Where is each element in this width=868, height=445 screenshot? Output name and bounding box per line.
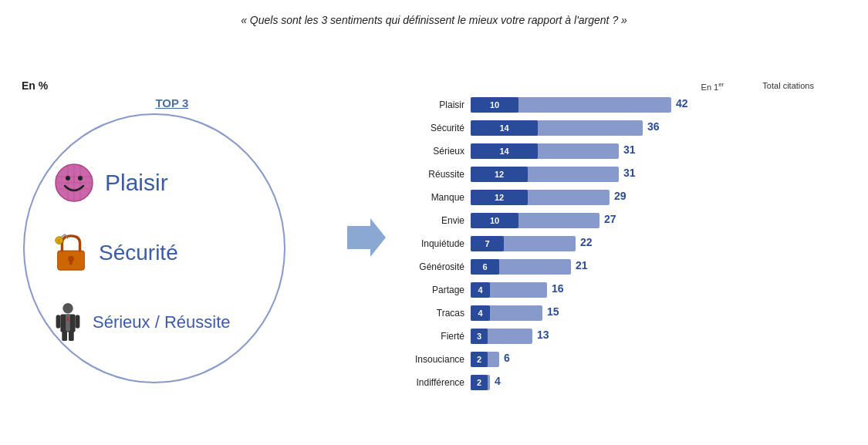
row-label: Inquiétude xyxy=(401,238,471,249)
bars-container: 1042 xyxy=(471,96,853,114)
chart-row: Fierté313 xyxy=(401,325,853,347)
total-value-label: 42 xyxy=(676,97,688,110)
row-label: Fierté xyxy=(401,331,471,342)
bar-first: 12 xyxy=(471,190,528,205)
bars-container: 313 xyxy=(471,327,853,346)
svg-point-7 xyxy=(66,176,70,180)
svg-point-8 xyxy=(78,176,83,180)
chart-row: Partage416 xyxy=(401,279,853,301)
row-label: Réussite xyxy=(401,169,471,180)
svg-rect-22 xyxy=(56,315,61,328)
plaisir-label: Plaisir xyxy=(105,170,168,196)
chart-row: Tracas415 xyxy=(401,302,853,324)
row-label: Manque xyxy=(401,192,471,203)
total-value-label: 15 xyxy=(547,305,559,318)
total-value-label: 4 xyxy=(495,375,501,387)
question-title: « Quels sont les 3 sentiments qui défini… xyxy=(15,14,853,26)
chart-row: Sérieux1431 xyxy=(401,140,853,162)
chart-row: Réussite1231 xyxy=(401,164,853,185)
bars-container: 24 xyxy=(471,373,853,392)
svg-rect-20 xyxy=(62,331,67,341)
chart-header: En 1er Total citations xyxy=(401,81,853,92)
top3-label: TOP 3 xyxy=(155,96,188,110)
bars-container: 1231 xyxy=(471,165,853,184)
total-value-label: 29 xyxy=(614,190,627,202)
bar-first-label: 10 xyxy=(490,100,499,110)
bar-first: 4 xyxy=(471,305,490,321)
bars-container: 722 xyxy=(471,234,853,253)
total-value-label: 31 xyxy=(623,167,636,179)
chart-row: Inquiétude722 xyxy=(401,233,853,255)
bar-first-label: 12 xyxy=(495,170,504,179)
bar-first: 3 xyxy=(471,329,488,344)
row-label: Tracas xyxy=(401,308,471,319)
chart-rows: Plaisir1042Sécurité1436Sérieux1431Réussi… xyxy=(401,94,853,393)
bar-first-label: 10 xyxy=(490,216,499,225)
bar-first-label: 3 xyxy=(477,332,481,341)
bar-first-label: 14 xyxy=(499,123,508,133)
row-label: Indifférence xyxy=(401,377,471,388)
total-value-label: 13 xyxy=(537,329,549,341)
row-label: Insouciance xyxy=(401,354,471,365)
bar-first: 2 xyxy=(471,375,488,390)
bars-container: 26 xyxy=(471,350,853,369)
bar-first: 6 xyxy=(471,259,499,275)
bar-first: 2 xyxy=(471,352,488,367)
bars-container: 621 xyxy=(471,258,853,276)
bar-first: 12 xyxy=(471,167,528,182)
bars-container: 1229 xyxy=(471,188,853,207)
row-label: Plaisir xyxy=(401,99,471,110)
svg-rect-23 xyxy=(76,315,80,328)
en-percent-label: En % xyxy=(22,79,48,92)
bar-first-label: 7 xyxy=(485,239,489,248)
total-value-label: 16 xyxy=(552,282,564,295)
main-content: En % TOP 3 xyxy=(15,37,853,437)
header-first-label: En 1er xyxy=(701,81,724,92)
arrow-icon xyxy=(343,214,390,261)
chart-section: En 1er Total citations Plaisir1042Sécuri… xyxy=(393,81,853,394)
bar-first-label: 2 xyxy=(477,378,481,387)
left-section: En % TOP 3 xyxy=(15,79,339,396)
svg-text:€: € xyxy=(58,238,61,244)
serieux-label: Sérieux / Réussite xyxy=(93,312,231,332)
circle-item-securite: € Sécurité xyxy=(54,233,178,273)
bar-first: 7 xyxy=(471,236,504,251)
person-icon xyxy=(54,302,82,342)
bar-first: 4 xyxy=(471,282,490,298)
bar-first-label: 4 xyxy=(478,285,482,295)
chart-row: Insouciance26 xyxy=(401,349,853,370)
chart-row: Manque1229 xyxy=(401,187,853,208)
total-value-label: 22 xyxy=(580,236,593,248)
chart-row: Sécurité1436 xyxy=(401,117,853,139)
bar-first-label: 2 xyxy=(477,355,481,364)
chart-row: Indifférence24 xyxy=(401,372,853,393)
bar-first-label: 6 xyxy=(482,262,487,271)
smiley-icon xyxy=(54,163,94,203)
bars-container: 1436 xyxy=(471,119,853,137)
row-label: Envie xyxy=(401,215,471,226)
bar-first-label: 14 xyxy=(499,147,508,156)
arrow-section xyxy=(339,214,393,261)
circle-item-serieux: Sérieux / Réussite xyxy=(54,302,231,342)
chart-row: Générosité621 xyxy=(401,256,853,278)
chart-row: Plaisir1042 xyxy=(401,94,853,116)
bars-container: 416 xyxy=(471,281,853,299)
page-container: « Quels sont les 3 sentiments qui défini… xyxy=(0,0,868,445)
header-total-label: Total citations xyxy=(762,81,814,92)
svg-point-16 xyxy=(62,303,73,313)
total-value-label: 36 xyxy=(647,120,660,133)
bars-container: 1027 xyxy=(471,211,853,230)
bar-first: 10 xyxy=(471,97,518,113)
total-value-label: 31 xyxy=(623,143,636,156)
circle-item-plaisir: Plaisir xyxy=(54,163,168,203)
row-label: Générosité xyxy=(401,261,471,272)
row-label: Sécurité xyxy=(401,123,471,133)
total-value-label: 21 xyxy=(576,259,588,271)
bars-container: 1431 xyxy=(471,142,853,160)
row-label: Partage xyxy=(401,285,471,295)
bar-first-label: 4 xyxy=(478,308,482,318)
total-value-label: 6 xyxy=(504,352,510,364)
svg-rect-21 xyxy=(69,331,74,341)
total-value-label: 27 xyxy=(604,213,616,225)
circle-area: TOP 3 xyxy=(15,95,309,396)
